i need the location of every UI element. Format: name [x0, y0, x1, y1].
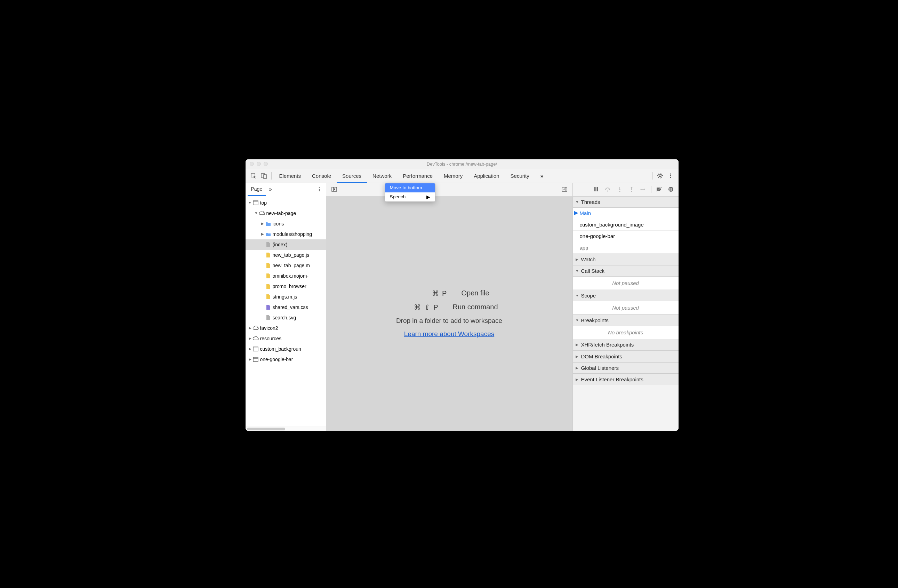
- file-page-icon: [265, 242, 271, 248]
- file-page-icon: [265, 314, 271, 321]
- tab-memory[interactable]: Memory: [438, 169, 468, 183]
- tree-item-label: new_tab_page.m: [273, 263, 310, 268]
- section-collapsed[interactable]: ▶Global Listeners: [573, 362, 678, 374]
- step-icon[interactable]: [638, 185, 649, 194]
- section-collapsed[interactable]: ▶DOM Breakpoints: [573, 351, 678, 362]
- tree-item[interactable]: ▼new-tab-page: [246, 208, 326, 219]
- tab-console[interactable]: Console: [306, 169, 337, 183]
- file-js-icon: [265, 294, 271, 300]
- more-nav-tabs-icon[interactable]: »: [266, 185, 275, 194]
- file-folder-icon: [265, 220, 271, 227]
- svg-point-4: [670, 173, 671, 174]
- thread-item[interactable]: app: [573, 242, 678, 254]
- tree-item-label: promo_browser_: [273, 283, 309, 289]
- device-toggle-icon[interactable]: [259, 171, 269, 181]
- submenu-arrow-icon: ▶: [426, 194, 430, 200]
- pause-icon[interactable]: [590, 185, 602, 194]
- tree-item[interactable]: new_tab_page.js: [246, 250, 326, 260]
- inspect-icon[interactable]: [248, 171, 259, 181]
- svg-rect-14: [253, 357, 258, 362]
- section-scope[interactable]: ▼Scope: [573, 290, 678, 301]
- tab-application[interactable]: Application: [468, 169, 504, 183]
- workspaces-learn-more-link[interactable]: Learn more about Workspaces: [404, 330, 494, 338]
- zoom-dot[interactable]: [264, 162, 268, 166]
- settings-icon[interactable]: [655, 171, 665, 181]
- divider: [271, 172, 272, 180]
- thread-item[interactable]: Main: [573, 208, 678, 219]
- tree-item[interactable]: ▶one-google-bar: [246, 354, 326, 365]
- tab-security[interactable]: Security: [505, 169, 535, 183]
- tree-item[interactable]: ▶icons: [246, 219, 326, 229]
- tab-network[interactable]: Network: [367, 169, 397, 183]
- section-threads[interactable]: ▼Threads: [573, 196, 678, 208]
- tree-item-label: omnibox.mojom-: [273, 273, 309, 279]
- minimize-dot[interactable]: [257, 162, 261, 166]
- tree-item[interactable]: ▶modules/shopping: [246, 229, 326, 239]
- close-dot[interactable]: [250, 162, 254, 166]
- section-breakpoints[interactable]: ▼Breakpoints: [573, 314, 678, 326]
- navigator-header: Page »: [246, 183, 326, 196]
- step-out-icon[interactable]: [626, 185, 637, 194]
- tab-elements[interactable]: Elements: [274, 169, 307, 183]
- tab-performance[interactable]: Performance: [397, 169, 438, 183]
- section-collapsed[interactable]: ▶Event Listener Breakpoints: [573, 374, 678, 385]
- chevron-right-icon: ▶: [576, 366, 580, 370]
- step-over-icon[interactable]: [602, 185, 614, 194]
- breakpoints-empty: No breakpoints: [573, 326, 678, 339]
- section-collapsed[interactable]: ▶XHR/fetch Breakpoints: [573, 339, 678, 351]
- editor-pane: ⌘ P Open file ⌘ ⇧ P Run command Drop in …: [326, 183, 572, 431]
- window-controls: [246, 162, 268, 166]
- pause-on-exceptions-icon[interactable]: [665, 185, 677, 194]
- section-call-stack[interactable]: ▼Call Stack: [573, 265, 678, 277]
- svg-point-31: [669, 187, 674, 192]
- tree-item-label: custom_backgroun: [260, 346, 301, 352]
- thread-item[interactable]: custom_background_image: [573, 219, 678, 231]
- file-css-icon: [265, 304, 271, 310]
- tree-twist-icon: ▶: [248, 347, 252, 351]
- tree-item[interactable]: ▶resources: [246, 333, 326, 344]
- scrollbar-thumb[interactable]: [247, 428, 285, 430]
- navigator-menu-icon[interactable]: [315, 185, 324, 194]
- file-js-icon: [265, 273, 271, 279]
- tree-twist-icon: ▶: [248, 326, 252, 330]
- titlebar: DevTools - chrome://new-tab-page/: [246, 159, 678, 169]
- tree-item[interactable]: strings.m.js: [246, 292, 326, 302]
- svg-point-7: [318, 187, 320, 188]
- tree-item[interactable]: new_tab_page.m: [246, 260, 326, 271]
- scrollbar-track[interactable]: [246, 426, 326, 431]
- devtools-window: DevTools - chrome://new-tab-page/ Elemen…: [246, 159, 678, 431]
- more-tabs-icon[interactable]: »: [535, 169, 549, 183]
- shortcut-keys: ⌘ ⇧ P: [400, 303, 438, 311]
- tree-twist-icon: ▼: [254, 211, 259, 215]
- chevron-right-icon: ▶: [576, 354, 580, 359]
- thread-item[interactable]: one-google-bar: [573, 231, 678, 242]
- ctx-move-to-bottom[interactable]: Move to bottom: [385, 183, 435, 192]
- show-debugger-icon[interactable]: [559, 184, 570, 194]
- tree-item[interactable]: ▼top: [246, 198, 326, 208]
- step-into-icon[interactable]: [614, 185, 625, 194]
- tree-item[interactable]: ▶favicon2: [246, 323, 326, 333]
- tree-item[interactable]: shared_vars.css: [246, 302, 326, 312]
- file-tree[interactable]: ▼top▼new-tab-page▶icons▶modules/shopping…: [246, 196, 326, 426]
- panel-tabs: Elements Console Sources Network Perform…: [274, 169, 650, 183]
- tree-item[interactable]: (index): [246, 239, 326, 250]
- tree-item-label: favicon2: [260, 325, 278, 331]
- kebab-menu-icon[interactable]: [665, 171, 676, 181]
- tree-item[interactable]: promo_browser_: [246, 281, 326, 292]
- navigator-tab-page[interactable]: Page: [248, 183, 266, 196]
- tree-item[interactable]: omnibox.mojom-: [246, 271, 326, 281]
- window-title: DevTools - chrome://new-tab-page/: [246, 162, 678, 167]
- svg-point-6: [670, 177, 671, 178]
- svg-point-24: [619, 191, 620, 192]
- svg-rect-2: [264, 175, 266, 179]
- ctx-speech[interactable]: Speech ▶: [385, 192, 435, 202]
- tree-item-label: new_tab_page.js: [273, 252, 309, 258]
- deactivate-breakpoints-icon[interactable]: [654, 185, 664, 194]
- tab-sources[interactable]: Sources: [337, 169, 367, 183]
- show-navigator-icon[interactable]: [329, 184, 340, 194]
- file-frame-icon: [252, 356, 259, 363]
- shortcut-label: Open file: [461, 289, 489, 297]
- tree-item[interactable]: ▶custom_backgroun: [246, 344, 326, 354]
- tree-item[interactable]: search.svg: [246, 312, 326, 323]
- section-watch[interactable]: ▶Watch: [573, 254, 678, 265]
